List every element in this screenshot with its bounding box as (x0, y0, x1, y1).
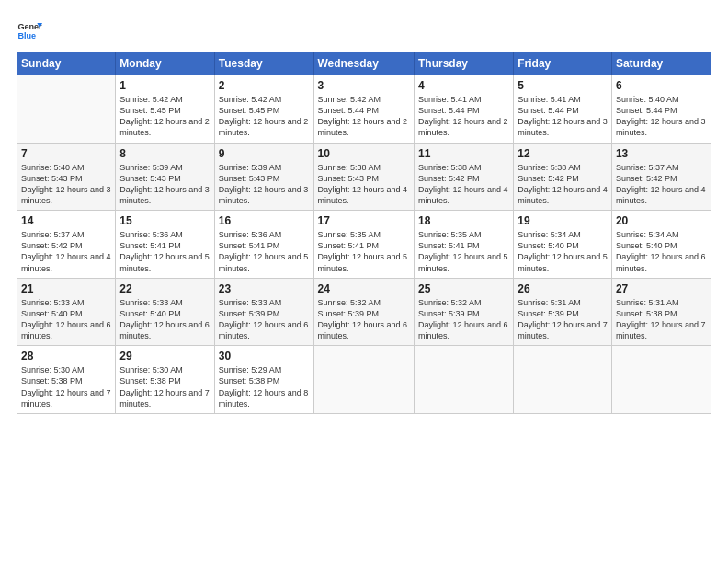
day-info: Sunrise: 5:33 AMSunset: 5:40 PMDaylight:… (21, 297, 111, 342)
calendar-day-cell: 14Sunrise: 5:37 AMSunset: 5:42 PMDayligh… (17, 211, 116, 279)
day-info: Sunrise: 5:35 AMSunset: 5:41 PMDaylight:… (418, 229, 509, 274)
day-info: Sunrise: 5:30 AMSunset: 5:38 PMDaylight:… (119, 364, 210, 409)
day-number: 11 (418, 147, 509, 160)
day-number: 24 (318, 282, 410, 295)
calendar-day-cell: 30Sunrise: 5:29 AMSunset: 5:38 PMDayligh… (214, 346, 313, 414)
day-info: Sunrise: 5:29 AMSunset: 5:38 PMDaylight:… (219, 364, 310, 409)
day-info: Sunrise: 5:33 AMSunset: 5:39 PMDaylight:… (219, 297, 310, 342)
calendar-day-cell: 17Sunrise: 5:35 AMSunset: 5:41 PMDayligh… (313, 211, 414, 279)
day-info: Sunrise: 5:31 AMSunset: 5:39 PMDaylight:… (518, 297, 608, 342)
day-info: Sunrise: 5:39 AMSunset: 5:43 PMDaylight:… (219, 162, 310, 207)
logo-icon: General Blue (17, 17, 42, 42)
calendar-day-cell: 6Sunrise: 5:40 AMSunset: 5:44 PMDaylight… (611, 75, 711, 144)
calendar-day-cell: 3Sunrise: 5:42 AMSunset: 5:44 PMDaylight… (313, 75, 414, 144)
calendar-day-cell: 2Sunrise: 5:42 AMSunset: 5:45 PMDaylight… (214, 75, 313, 144)
day-info: Sunrise: 5:31 AMSunset: 5:38 PMDaylight:… (616, 297, 707, 342)
day-info: Sunrise: 5:38 AMSunset: 5:42 PMDaylight:… (518, 162, 608, 207)
calendar-day-cell: 13Sunrise: 5:37 AMSunset: 5:42 PMDayligh… (611, 143, 711, 211)
calendar-day-cell: 15Sunrise: 5:36 AMSunset: 5:41 PMDayligh… (116, 211, 214, 279)
calendar-header-sunday: Sunday (17, 52, 116, 75)
calendar-day-cell: 12Sunrise: 5:38 AMSunset: 5:42 PMDayligh… (514, 143, 612, 211)
day-info: Sunrise: 5:34 AMSunset: 5:40 PMDaylight:… (518, 229, 608, 274)
day-info: Sunrise: 5:34 AMSunset: 5:40 PMDaylight:… (616, 229, 707, 274)
day-info: Sunrise: 5:40 AMSunset: 5:44 PMDaylight:… (616, 94, 707, 139)
day-info: Sunrise: 5:37 AMSunset: 5:42 PMDaylight:… (616, 162, 707, 207)
calendar-day-cell: 7Sunrise: 5:40 AMSunset: 5:43 PMDaylight… (17, 143, 116, 211)
calendar-day-cell: 18Sunrise: 5:35 AMSunset: 5:41 PMDayligh… (414, 211, 513, 279)
calendar-day-cell: 21Sunrise: 5:33 AMSunset: 5:40 PMDayligh… (17, 278, 116, 346)
calendar-day-cell: 25Sunrise: 5:32 AMSunset: 5:39 PMDayligh… (414, 278, 513, 346)
calendar-header-saturday: Saturday (611, 52, 711, 75)
calendar-day-cell (611, 346, 711, 414)
calendar-day-cell: 29Sunrise: 5:30 AMSunset: 5:38 PMDayligh… (116, 346, 214, 414)
day-info: Sunrise: 5:36 AMSunset: 5:41 PMDaylight:… (219, 229, 310, 274)
calendar-week-row: 14Sunrise: 5:37 AMSunset: 5:42 PMDayligh… (17, 211, 711, 279)
day-number: 27 (616, 282, 707, 295)
calendar-week-row: 7Sunrise: 5:40 AMSunset: 5:43 PMDaylight… (17, 143, 711, 211)
calendar-day-cell (313, 346, 414, 414)
day-number: 19 (518, 214, 608, 227)
calendar-day-cell: 1Sunrise: 5:42 AMSunset: 5:45 PMDaylight… (116, 75, 214, 144)
calendar-day-cell: 9Sunrise: 5:39 AMSunset: 5:43 PMDaylight… (214, 143, 313, 211)
day-number: 7 (21, 147, 111, 160)
svg-text:Blue: Blue (17, 31, 36, 40)
calendar-day-cell: 28Sunrise: 5:30 AMSunset: 5:38 PMDayligh… (17, 346, 116, 414)
day-info: Sunrise: 5:42 AMSunset: 5:44 PMDaylight:… (318, 94, 410, 139)
day-number: 29 (119, 350, 210, 362)
day-number: 2 (219, 79, 310, 92)
calendar-header-friday: Friday (514, 52, 612, 75)
day-number: 26 (518, 282, 608, 295)
page: General Blue SundayMondayTuesdayWednesda… (0, 0, 728, 563)
day-info: Sunrise: 5:32 AMSunset: 5:39 PMDaylight:… (418, 297, 509, 342)
day-info: Sunrise: 5:33 AMSunset: 5:40 PMDaylight:… (119, 297, 210, 342)
day-info: Sunrise: 5:42 AMSunset: 5:45 PMDaylight:… (219, 94, 310, 139)
calendar-day-cell: 11Sunrise: 5:38 AMSunset: 5:42 PMDayligh… (414, 143, 513, 211)
day-number: 10 (318, 147, 410, 160)
day-number: 3 (318, 79, 410, 92)
day-info: Sunrise: 5:39 AMSunset: 5:43 PMDaylight:… (119, 162, 210, 207)
day-number: 6 (616, 79, 707, 92)
calendar-day-cell: 23Sunrise: 5:33 AMSunset: 5:39 PMDayligh… (214, 278, 313, 346)
day-info: Sunrise: 5:37 AMSunset: 5:42 PMDaylight:… (21, 229, 111, 274)
day-info: Sunrise: 5:36 AMSunset: 5:41 PMDaylight:… (119, 229, 210, 274)
calendar-week-row: 21Sunrise: 5:33 AMSunset: 5:40 PMDayligh… (17, 278, 711, 346)
calendar-header-monday: Monday (116, 52, 214, 75)
calendar-day-cell: 16Sunrise: 5:36 AMSunset: 5:41 PMDayligh… (214, 211, 313, 279)
day-number: 9 (219, 147, 310, 160)
calendar-header-thursday: Thursday (414, 52, 513, 75)
day-number: 25 (418, 282, 509, 295)
calendar-day-cell (17, 75, 116, 144)
day-number: 16 (219, 214, 310, 227)
calendar-header-row: SundayMondayTuesdayWednesdayThursdayFrid… (17, 52, 711, 75)
calendar-day-cell: 10Sunrise: 5:38 AMSunset: 5:43 PMDayligh… (313, 143, 414, 211)
day-number: 4 (418, 79, 509, 92)
calendar-day-cell: 4Sunrise: 5:41 AMSunset: 5:44 PMDaylight… (414, 75, 513, 144)
day-info: Sunrise: 5:41 AMSunset: 5:44 PMDaylight:… (418, 94, 509, 139)
calendar-day-cell (414, 346, 513, 414)
day-number: 13 (616, 147, 707, 160)
day-number: 14 (21, 214, 111, 227)
day-info: Sunrise: 5:32 AMSunset: 5:39 PMDaylight:… (318, 297, 410, 342)
calendar-day-cell: 8Sunrise: 5:39 AMSunset: 5:43 PMDaylight… (116, 143, 214, 211)
day-number: 17 (318, 214, 410, 227)
calendar-header-wednesday: Wednesday (313, 52, 414, 75)
calendar-day-cell: 20Sunrise: 5:34 AMSunset: 5:40 PMDayligh… (611, 211, 711, 279)
day-number: 5 (518, 79, 608, 92)
calendar-day-cell: 19Sunrise: 5:34 AMSunset: 5:40 PMDayligh… (514, 211, 612, 279)
day-info: Sunrise: 5:35 AMSunset: 5:41 PMDaylight:… (318, 229, 410, 274)
day-info: Sunrise: 5:30 AMSunset: 5:38 PMDaylight:… (21, 364, 111, 409)
calendar-day-cell: 26Sunrise: 5:31 AMSunset: 5:39 PMDayligh… (514, 278, 612, 346)
calendar: SundayMondayTuesdayWednesdayThursdayFrid… (17, 52, 711, 414)
day-info: Sunrise: 5:40 AMSunset: 5:43 PMDaylight:… (21, 162, 111, 207)
calendar-week-row: 1Sunrise: 5:42 AMSunset: 5:45 PMDaylight… (17, 75, 711, 144)
calendar-day-cell: 24Sunrise: 5:32 AMSunset: 5:39 PMDayligh… (313, 278, 414, 346)
header: General Blue (17, 17, 711, 42)
day-number: 8 (119, 147, 210, 160)
calendar-day-cell (514, 346, 612, 414)
calendar-day-cell: 22Sunrise: 5:33 AMSunset: 5:40 PMDayligh… (116, 278, 214, 346)
day-number: 21 (21, 282, 111, 295)
day-info: Sunrise: 5:38 AMSunset: 5:43 PMDaylight:… (318, 162, 410, 207)
calendar-week-row: 28Sunrise: 5:30 AMSunset: 5:38 PMDayligh… (17, 346, 711, 414)
day-number: 28 (21, 350, 111, 362)
day-number: 20 (616, 214, 707, 227)
